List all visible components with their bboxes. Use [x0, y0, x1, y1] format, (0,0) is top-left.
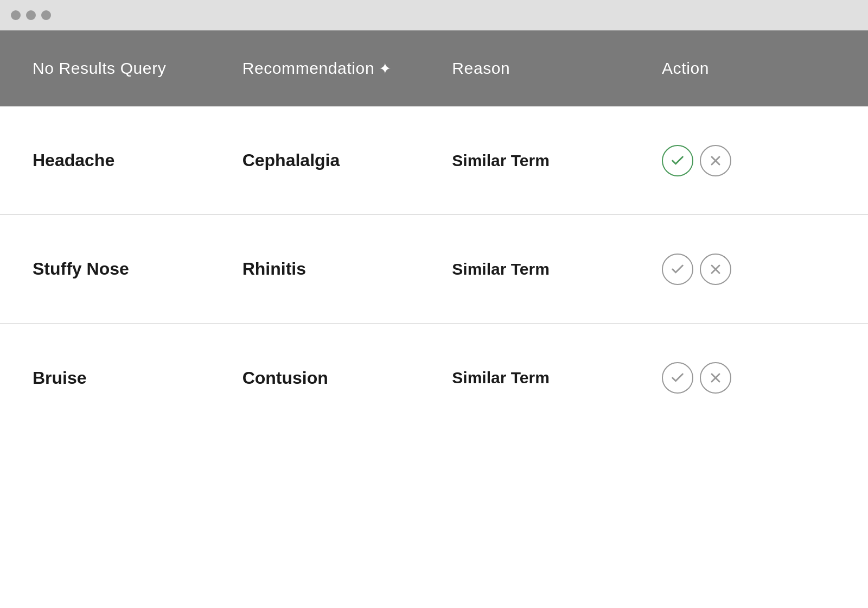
recommendation-cell-2: Rhinitis: [242, 259, 452, 279]
reason-cell-3: Similar Term: [452, 369, 662, 387]
table-row: Bruise Contusion Similar Term: [0, 324, 868, 432]
recommendation-cell-3: Contusion: [242, 368, 452, 388]
query-cell-1: Headache: [33, 150, 242, 170]
query-cell-2: Stuffy Nose: [33, 259, 242, 279]
reason-cell-2: Similar Term: [452, 260, 662, 278]
reject-button-2[interactable]: [700, 254, 731, 285]
approve-button-2[interactable]: [662, 254, 693, 285]
approve-button-1[interactable]: [662, 145, 693, 176]
title-bar: [0, 0, 868, 30]
header-recommendation: Recommendation ✦: [242, 59, 452, 78]
header-action: Action: [662, 59, 835, 78]
header-query: No Results Query: [33, 59, 242, 78]
action-cell-3: [662, 362, 835, 394]
minimize-dot: [26, 10, 36, 20]
approve-button-3[interactable]: [662, 362, 693, 394]
action-cell-2: [662, 254, 835, 285]
maximize-dot: [41, 10, 51, 20]
sparkle-icon: ✦: [379, 60, 392, 78]
table-row: Headache Cephalalgia Similar Term: [0, 106, 868, 215]
table-body: Headache Cephalalgia Similar Term: [0, 106, 868, 608]
header-reason: Reason: [452, 59, 662, 78]
main-window: No Results Query Recommendation ✦ Reason…: [0, 0, 868, 608]
action-cell-1: [662, 145, 835, 176]
reject-button-1[interactable]: [700, 145, 731, 176]
traffic-lights: [11, 10, 51, 20]
close-dot: [11, 10, 21, 20]
table-row: Stuffy Nose Rhinitis Similar Term: [0, 215, 868, 324]
query-cell-3: Bruise: [33, 368, 242, 388]
reject-button-3[interactable]: [700, 362, 731, 394]
recommendation-cell-1: Cephalalgia: [242, 150, 452, 170]
reason-cell-1: Similar Term: [452, 151, 662, 170]
table-header: No Results Query Recommendation ✦ Reason…: [0, 30, 868, 106]
